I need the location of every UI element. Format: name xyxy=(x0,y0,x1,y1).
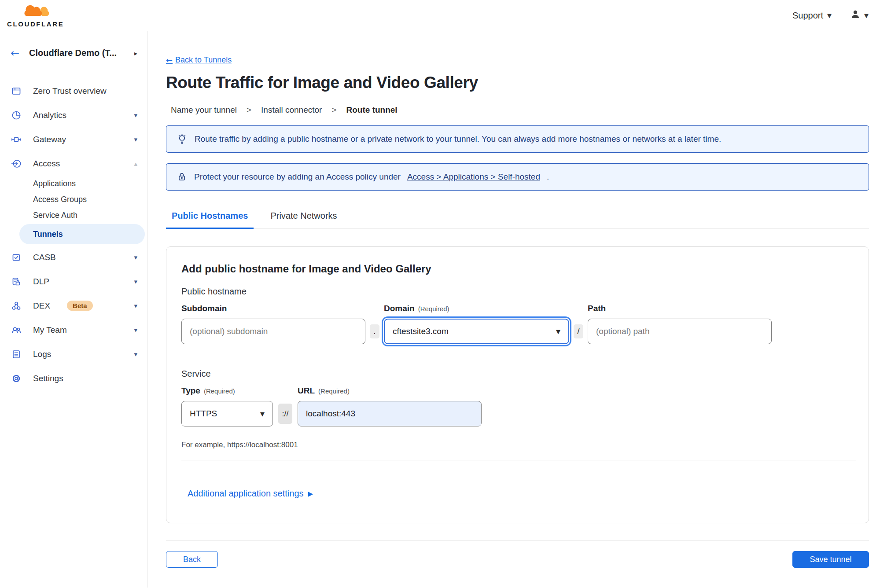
step-name-your-tunnel: Name your tunnel xyxy=(171,105,237,115)
sidebar-item-label: My Team xyxy=(33,325,67,335)
sidebar-item-my-team[interactable]: My Team ▾ xyxy=(0,318,147,342)
sidebar-item-label: Applications xyxy=(33,179,76,188)
expand-right-icon: ▶ xyxy=(308,490,313,498)
sidebar-item-service-auth[interactable]: Service Auth xyxy=(0,207,147,223)
scheme-separator: :// xyxy=(278,404,292,424)
sidebar-item-dlp[interactable]: DLP ▾ xyxy=(0,269,147,294)
cloudflare-wordmark: CLOUDFLARE xyxy=(7,21,64,27)
sidebar-item-label: DLP xyxy=(33,277,49,287)
team-icon xyxy=(11,324,22,336)
banner-text-prefix: Protect your resource by adding an Acces… xyxy=(194,172,401,182)
overview-icon xyxy=(11,85,22,97)
url-example-hint: For example, https://localhost:8001 xyxy=(181,441,854,449)
access-icon xyxy=(11,158,22,169)
step-route-tunnel: Route tunnel xyxy=(346,105,398,115)
breadcrumb: Name your tunnel > Install connector > R… xyxy=(166,105,869,115)
chevron-down-icon: ▾ xyxy=(134,302,137,310)
account-caret-icon: ▼ xyxy=(864,12,869,19)
service-type-select[interactable]: HTTPS ▼ xyxy=(181,401,273,426)
support-menu[interactable]: Support ▼ xyxy=(792,11,832,21)
slash-separator: / xyxy=(574,324,583,338)
sidebar-item-settings[interactable]: Settings xyxy=(0,366,147,390)
chevron-down-icon: ▼ xyxy=(556,328,560,335)
url-label: URL xyxy=(298,386,315,395)
sidebar-item-label: CASB xyxy=(33,253,56,262)
save-tunnel-button[interactable]: Save tunnel xyxy=(792,551,869,568)
path-input[interactable] xyxy=(588,319,772,344)
sidebar-item-applications[interactable]: Applications xyxy=(0,176,147,191)
type-label: Type xyxy=(181,386,200,395)
gateway-icon xyxy=(11,134,22,145)
chevron-down-icon: ▾ xyxy=(134,254,137,261)
sidebar: ← Cloudflare Demo (T... ▸ Zero Trust ove… xyxy=(0,31,147,588)
info-banner-route-traffic: Route traffic by adding a public hostnam… xyxy=(166,125,869,153)
back-button[interactable]: Back xyxy=(166,551,218,568)
sidebar-item-casb[interactable]: CASB ▾ xyxy=(0,245,147,269)
public-hostname-section-label: Public hostname xyxy=(181,287,854,297)
casb-icon xyxy=(11,252,22,263)
gear-icon xyxy=(11,373,22,384)
beta-badge: Beta xyxy=(67,301,93,311)
back-link-label: Back to Tunnels xyxy=(175,55,232,65)
sidebar-item-label: DEX xyxy=(33,301,50,311)
sidebar-item-access-groups[interactable]: Access Groups xyxy=(0,191,147,207)
sidebar-item-label: Settings xyxy=(33,374,63,383)
analytics-icon xyxy=(11,110,22,121)
access-applications-self-hosted-link[interactable]: Access > Applications > Self-hosted xyxy=(407,172,540,182)
service-url-input[interactable] xyxy=(298,401,482,426)
dlp-icon xyxy=(11,276,22,287)
add-public-hostname-card: Add public hostname for Image and Video … xyxy=(166,246,869,523)
banner-text: Route traffic by adding a public hostnam… xyxy=(195,134,721,144)
back-arrow-icon: ← xyxy=(166,55,173,65)
step-install-connector: Install connector xyxy=(261,105,322,115)
chevron-down-icon: ▾ xyxy=(134,136,137,143)
type-selected-value: HTTPS xyxy=(190,409,217,419)
page-title: Route Traffic for Image and Video Galler… xyxy=(166,74,869,92)
sidebar-item-label: Tunnels xyxy=(33,230,63,239)
sidebar-item-access[interactable]: Access ▴ xyxy=(0,151,147,176)
url-required-hint: (Required) xyxy=(318,387,350,395)
additional-settings-label: Additional application settings xyxy=(188,489,304,499)
tab-public-hostnames[interactable]: Public Hostnames xyxy=(166,211,254,229)
cloudflare-logo[interactable]: CLOUDFLARE xyxy=(7,4,64,27)
sidebar-item-gateway[interactable]: Gateway ▾ xyxy=(0,127,147,151)
back-to-tunnels-link[interactable]: ← Back to Tunnels xyxy=(166,55,232,65)
service-section-label: Service xyxy=(181,369,854,379)
card-heading: Add public hostname for Image and Video … xyxy=(181,263,854,275)
subdomain-label: Subdomain xyxy=(181,304,365,313)
subdomain-input[interactable] xyxy=(181,319,365,344)
sidebar-item-label: Logs xyxy=(33,349,51,359)
lock-icon xyxy=(176,171,188,183)
domain-required-hint: (Required) xyxy=(418,305,449,312)
footer-divider xyxy=(166,540,869,541)
main-content: ← Back to Tunnels Route Traffic for Imag… xyxy=(147,31,880,588)
back-arrow-icon[interactable]: ← xyxy=(11,47,19,59)
sidebar-item-label: Access xyxy=(33,159,60,169)
support-caret-icon: ▼ xyxy=(827,12,832,19)
additional-application-settings-toggle[interactable]: Additional application settings ▶ xyxy=(188,489,313,499)
sidebar-item-dex[interactable]: DEX Beta ▾ xyxy=(0,294,147,318)
logs-icon xyxy=(11,349,22,360)
account-name[interactable]: Cloudflare Demo (T... xyxy=(29,48,117,58)
account-menu[interactable]: ▼ xyxy=(850,9,869,22)
domain-select[interactable]: cftestsite3.com ▼ xyxy=(384,319,569,344)
tab-private-networks[interactable]: Private Networks xyxy=(265,211,342,229)
footer-actions: Back Save tunnel xyxy=(166,551,869,568)
sidebar-item-logs[interactable]: Logs ▾ xyxy=(0,342,147,366)
breadcrumb-separator: > xyxy=(247,105,251,115)
sidebar-collapse-icon[interactable]: ▸ xyxy=(134,50,137,57)
chevron-down-icon: ▾ xyxy=(134,350,137,358)
dot-separator: . xyxy=(370,324,379,338)
sidebar-item-analytics[interactable]: Analytics ▾ xyxy=(0,103,147,127)
sidebar-item-label: Access Groups xyxy=(33,195,87,204)
card-divider xyxy=(181,460,856,460)
sidebar-item-label: Service Auth xyxy=(33,211,77,220)
sidebar-item-tunnels[interactable]: Tunnels xyxy=(19,224,145,244)
sidebar-item-label: Analytics xyxy=(33,110,66,120)
domain-label: Domain xyxy=(384,304,415,313)
chevron-up-icon: ▴ xyxy=(134,160,137,168)
chevron-down-icon: ▾ xyxy=(134,326,137,334)
topbar: CLOUDFLARE Support ▼ ▼ xyxy=(0,0,880,31)
user-icon xyxy=(850,9,861,22)
sidebar-item-zero-trust-overview[interactable]: Zero Trust overview xyxy=(0,79,147,103)
